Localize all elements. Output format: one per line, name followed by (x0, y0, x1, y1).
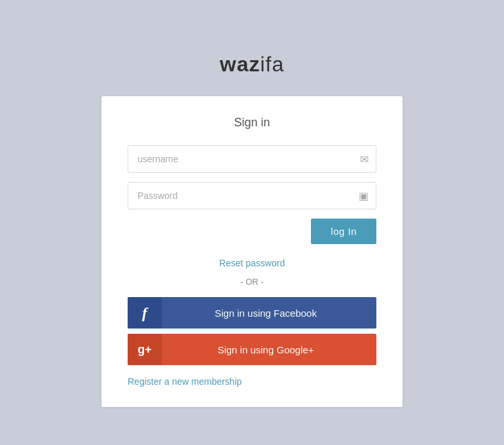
google-login-button[interactable]: g+ Sign in using Google+ (128, 334, 376, 365)
reset-password-row: Reset password (128, 257, 376, 269)
facebook-icon: f (128, 297, 162, 329)
google-icon: g+ (128, 334, 162, 365)
or-divider: - OR - (128, 277, 376, 287)
username-group: ✉ (128, 145, 376, 173)
username-input[interactable] (128, 145, 376, 173)
logo-light: ifa (260, 52, 284, 76)
register-link[interactable]: Register a new membership (128, 376, 242, 387)
register-link-row: Register a new membership (128, 376, 376, 387)
facebook-button-label: Sign in using Facebook (162, 308, 376, 319)
logo: wazifa (220, 52, 284, 77)
password-group: ▣ (128, 182, 376, 209)
reset-password-link[interactable]: Reset password (219, 258, 285, 268)
google-button-label: Sign in using Google+ (162, 344, 376, 355)
login-button[interactable]: log In (311, 219, 376, 244)
password-input[interactable] (128, 182, 376, 209)
sign-in-title: Sign in (128, 116, 376, 130)
logo-bold: waz (220, 52, 261, 76)
login-btn-row: log In (128, 219, 376, 244)
facebook-login-button[interactable]: f Sign in using Facebook (128, 297, 376, 329)
login-card: Sign in ✉ ▣ log In Reset password - OR -… (101, 96, 403, 407)
